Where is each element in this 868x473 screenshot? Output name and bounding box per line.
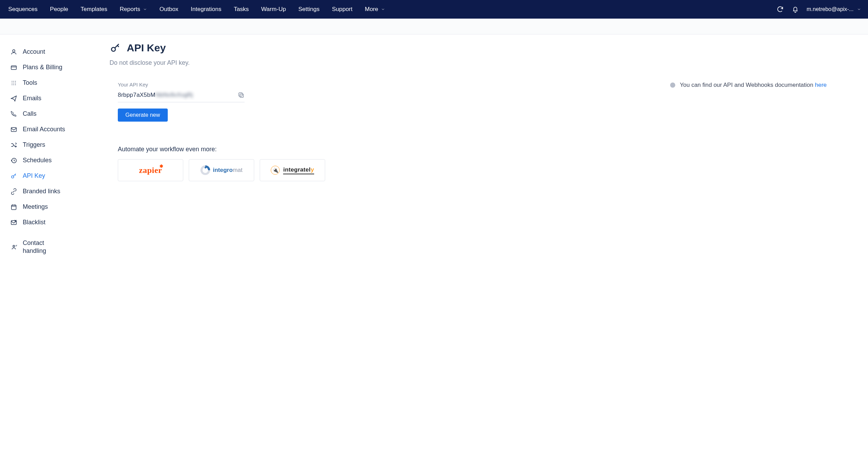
- key-icon: [10, 173, 17, 179]
- nav-right: m.netrebo@apix-...: [776, 6, 861, 13]
- account-email: m.netrebo@apix-...: [807, 6, 854, 12]
- send-icon: [10, 95, 17, 102]
- nav-tasks[interactable]: Tasks: [234, 6, 249, 13]
- nav-more-label: More: [365, 6, 378, 13]
- chevron-down-icon: [381, 7, 385, 11]
- sidebar-item-label: Contact handling: [23, 239, 61, 255]
- integration-zapier[interactable]: zapier ✱: [118, 159, 183, 181]
- calendar-icon: [10, 204, 17, 210]
- integration-integrately[interactable]: 🔌 integrately: [260, 159, 325, 181]
- nav-settings[interactable]: Settings: [298, 6, 319, 13]
- zapier-star-icon: ✱: [159, 164, 164, 169]
- nav-outbox[interactable]: Outbox: [159, 6, 178, 13]
- automate-title: Automate your workflow even more:: [118, 146, 827, 153]
- settings-sidebar: Account Plans & Billing Tools Emails Cal…: [0, 34, 103, 269]
- sidebar-item-label: Meetings: [23, 203, 48, 210]
- automate-section: Automate your workflow even more: zapier…: [118, 146, 827, 181]
- sidebar-item-schedules[interactable]: Schedules: [9, 153, 99, 168]
- sidebar-item-emails[interactable]: Emails: [9, 91, 99, 106]
- sidebar-item-label: Triggers: [23, 141, 45, 148]
- sidebar-item-label: Blacklist: [23, 219, 45, 226]
- sidebar-item-api-key[interactable]: API Key: [9, 168, 99, 184]
- plug-icon: 🔌: [271, 166, 280, 175]
- doc-link[interactable]: here: [815, 82, 827, 88]
- info-icon: [670, 82, 676, 88]
- contact-icon: [10, 244, 17, 250]
- user-icon: [10, 49, 17, 55]
- sidebar-item-blacklist[interactable]: Blacklist: [9, 215, 99, 230]
- phone-icon: [10, 111, 17, 117]
- copy-icon[interactable]: [238, 92, 245, 99]
- sidebar-item-email-accounts[interactable]: Email Accounts: [9, 122, 99, 137]
- sidebar-item-label: Email Accounts: [23, 126, 65, 133]
- sidebar-item-triggers[interactable]: Triggers: [9, 137, 99, 153]
- api-key-block: Your API Key 8rbpp7aX5bMNbNv9vXvgRj Gene…: [118, 82, 245, 122]
- zapier-logo: zapier ✱: [139, 166, 162, 175]
- api-key-label: Your API Key: [118, 82, 245, 88]
- nav-reports-label: Reports: [120, 6, 141, 13]
- nav-people[interactable]: People: [50, 6, 68, 13]
- sidebar-item-calls[interactable]: Calls: [9, 106, 99, 122]
- nav-sequences[interactable]: Sequences: [8, 6, 38, 13]
- generate-new-button[interactable]: Generate new: [118, 109, 168, 122]
- sidebar-item-label: Plans & Billing: [23, 64, 62, 71]
- doc-text: You can find our API and Webhooks docume…: [680, 82, 815, 88]
- integration-cards: zapier ✱ integromat: [118, 159, 827, 181]
- sidebar-item-label: Schedules: [23, 157, 52, 164]
- key-icon: [110, 42, 121, 54]
- nav-more[interactable]: More: [365, 6, 385, 13]
- api-key-value: 8rbpp7aX5bMNbNv9vXvgRj: [118, 92, 193, 99]
- nav-warmup[interactable]: Warm-Up: [261, 6, 286, 13]
- integromat-dot-icon: [205, 167, 206, 168]
- nav-items: Sequences People Templates Reports Outbo…: [8, 6, 385, 13]
- api-key-visible: 8rbpp7aX5bM: [118, 92, 155, 99]
- integration-integromat[interactable]: integromat: [189, 159, 254, 181]
- api-key-hidden: NbNv9vXvgRj: [156, 92, 193, 99]
- link-icon: [10, 188, 17, 195]
- sidebar-item-label: Tools: [23, 79, 37, 86]
- refresh-icon[interactable]: [776, 6, 784, 13]
- mail-x-icon: [10, 219, 17, 226]
- api-key-field: 8rbpp7aX5bMNbNv9vXvgRj: [118, 90, 245, 102]
- sidebar-item-label: Account: [23, 48, 45, 55]
- top-nav: Sequences People Templates Reports Outbo…: [0, 0, 868, 19]
- account-menu[interactable]: m.netrebo@apix-...: [807, 6, 861, 12]
- sidebar-item-label: API Key: [23, 172, 45, 179]
- page-header: API Key: [110, 42, 827, 54]
- sidebar-item-contact-handling[interactable]: Contact handling: [9, 235, 99, 259]
- doc-note: You can find our API and Webhooks docume…: [670, 82, 827, 89]
- sidebar-item-label: Calls: [23, 110, 37, 117]
- sidebar-item-label: Emails: [23, 95, 41, 102]
- mail-icon: [10, 126, 17, 133]
- card-icon: [10, 64, 17, 71]
- nav-support[interactable]: Support: [332, 6, 353, 13]
- sidebar-item-account[interactable]: Account: [9, 44, 99, 60]
- sidebar-item-plans[interactable]: Plans & Billing: [9, 60, 99, 75]
- sub-bar: [0, 19, 868, 34]
- sidebar-item-branded-links[interactable]: Branded links: [9, 184, 99, 199]
- integromat-logo: integromat: [200, 165, 242, 175]
- grid-icon: [10, 80, 17, 86]
- nav-reports[interactable]: Reports: [120, 6, 147, 13]
- page-title: API Key: [127, 42, 166, 54]
- chevron-down-icon: [143, 7, 147, 11]
- sidebar-item-meetings[interactable]: Meetings: [9, 199, 99, 215]
- chevron-down-icon: [857, 7, 861, 11]
- history-icon: [10, 157, 17, 164]
- main-content: API Key Do not disclose your API key. Yo…: [103, 34, 868, 269]
- bell-icon[interactable]: [792, 6, 799, 13]
- nav-integrations[interactable]: Integrations: [191, 6, 221, 13]
- sidebar-item-label: Branded links: [23, 188, 60, 195]
- nav-templates[interactable]: Templates: [81, 6, 107, 13]
- page-subtitle: Do not disclose your API key.: [110, 59, 827, 66]
- integrately-logo: 🔌 integrately: [271, 166, 314, 175]
- shuffle-icon: [10, 142, 17, 148]
- sidebar-item-tools[interactable]: Tools: [9, 75, 99, 91]
